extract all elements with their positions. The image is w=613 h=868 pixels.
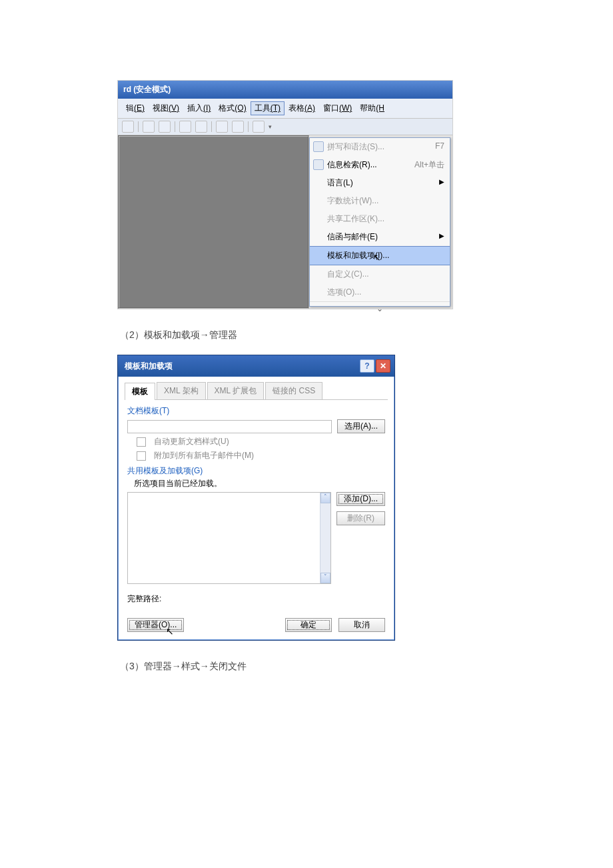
separator: [211, 121, 212, 132]
toolbar-icon[interactable]: [179, 121, 191, 133]
manager-button[interactable]: 管理器(O)...: [127, 618, 184, 632]
menu-item: 字数统计(W)...: [310, 192, 450, 210]
menu-表格[interactable]: 表格(A): [285, 101, 319, 115]
toolbar-icon[interactable]: [122, 121, 134, 133]
loaded-status-text: 所选项目当前已经加载。: [134, 478, 385, 489]
full-path-label: 完整路径:: [127, 593, 385, 605]
tab-3[interactable]: 链接的 CSS: [265, 382, 322, 399]
toolbar-icon[interactable]: [216, 121, 228, 133]
separator: [175, 121, 175, 132]
help-button[interactable]: ?: [360, 359, 374, 373]
templates-listbox[interactable]: ˄ ˅: [127, 492, 331, 584]
auto-update-label: 自动更新文档样式(U): [154, 436, 229, 447]
attach-email-checkbox[interactable]: [137, 451, 146, 461]
step-2-caption: （2）模板和加载项→管理器: [120, 329, 496, 341]
menu-item[interactable]: 模板和加载项(I)...↖: [310, 246, 450, 265]
tools-dropdown: 拼写和语法(S)...F7信息检索(R)...Alt+单击语言(L)▶字数统计(…: [309, 137, 450, 307]
ok-button[interactable]: 确定: [285, 618, 332, 632]
menu-item[interactable]: 信函与邮件(E)▶: [310, 228, 450, 246]
toolbar: ▾: [118, 119, 452, 135]
menu-item: 共享工作区(K)...: [310, 210, 450, 228]
auto-update-checkbox[interactable]: [137, 437, 146, 447]
dropdown-caret-icon[interactable]: ▾: [269, 123, 272, 130]
menubar: 辑(E)视图(V)插入(I)格式(O)工具(T)表格(A)窗口(W)帮助(H: [118, 99, 452, 119]
add-button[interactable]: 添加(D)...: [336, 492, 385, 506]
menu-item[interactable]: 信息检索(R)...Alt+单击: [310, 156, 450, 174]
cancel-button[interactable]: 取消: [338, 618, 385, 632]
menu-item[interactable]: 语言(L)▶: [310, 174, 450, 192]
dialog-tabs: 模板XML 架构XML 扩展包链接的 CSS: [125, 382, 388, 400]
doc-template-label: 文档模板(T): [127, 405, 385, 417]
remove-button: 删除(R): [336, 511, 385, 525]
menu-插入[interactable]: 插入(I): [183, 101, 215, 115]
menu-工具[interactable]: 工具(T): [251, 101, 285, 115]
separator: [138, 121, 139, 132]
close-button[interactable]: ✕: [376, 359, 390, 373]
select-button[interactable]: 选用(A)...: [337, 419, 385, 433]
menu-视图[interactable]: 视图(V): [149, 101, 183, 115]
undo-icon[interactable]: [253, 121, 265, 133]
global-templates-label: 共用模板及加载项(G): [127, 465, 385, 477]
word-window-screenshot: rd (安全模式) 辑(E)视图(V)插入(I)格式(O)工具(T)表格(A)窗…: [117, 80, 453, 309]
scroll-up-icon[interactable]: ˄: [320, 493, 330, 503]
scrollbar[interactable]: ˄ ˅: [320, 493, 330, 583]
attach-email-label: 附加到所有新电子邮件中(M): [154, 450, 254, 461]
dialog-title: 模板和加载项: [125, 361, 173, 372]
menu-item: 选项(O)...: [310, 283, 450, 301]
menu-辑[interactable]: 辑(E): [122, 101, 149, 115]
menu-item: 自定义(C)...: [310, 265, 450, 283]
tab-2[interactable]: XML 扩展包: [207, 382, 265, 399]
separator: [248, 121, 249, 132]
tab-1[interactable]: XML 架构: [157, 382, 206, 399]
titlebar: rd (安全模式): [118, 81, 452, 99]
menu-帮助[interactable]: 帮助(H: [356, 101, 388, 115]
tab-0[interactable]: 模板: [125, 383, 155, 400]
toolbar-icon[interactable]: [159, 121, 171, 133]
menu-格式[interactable]: 格式(O): [215, 101, 250, 115]
title-text: rd (安全模式): [123, 85, 171, 94]
window-body: 拼写和语法(S)...F7信息检索(R)...Alt+单击语言(L)▶字数统计(…: [118, 135, 452, 309]
scroll-down-icon[interactable]: ˅: [320, 573, 330, 583]
template-path-input[interactable]: [127, 420, 332, 433]
dialog-titlebar: 模板和加载项 ? ✕: [118, 355, 394, 377]
toolbar-icon[interactable]: [143, 121, 155, 133]
toolbar-icon[interactable]: [232, 121, 244, 133]
expand-menu-icon[interactable]: ⌄: [310, 301, 450, 315]
dialog-footer: 管理器(O)... ↖ 确定 取消: [118, 613, 394, 640]
menu-窗口[interactable]: 窗口(W): [319, 101, 356, 115]
document-area: [118, 135, 309, 309]
menu-item: 拼写和语法(S)...F7: [310, 138, 450, 156]
step-3-caption: （3）管理器→样式→关闭文件: [120, 661, 496, 673]
toolbar-icon[interactable]: [195, 121, 207, 133]
templates-dialog: 模板和加载项 ? ✕ 模板XML 架构XML 扩展包链接的 CSS 文档模板(T…: [117, 355, 395, 641]
